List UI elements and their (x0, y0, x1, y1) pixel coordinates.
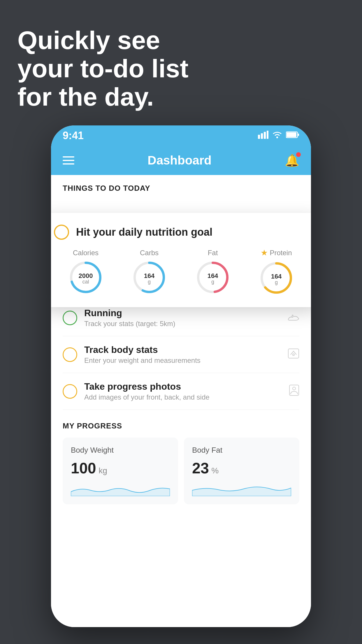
body-fat-unit: % (211, 466, 219, 475)
svg-point-27 (293, 387, 296, 390)
headline-line2: your to-do list (17, 54, 189, 83)
nutrition-fat: Fat 164 g (195, 249, 230, 295)
progress-cards: Body Weight 100 kg Body Fat 23 (63, 438, 299, 504)
headline-line3: for the day. (17, 82, 154, 111)
todo-text-body-stats: Track body stats Enter your weight and m… (84, 344, 283, 365)
nutrition-card-title: Hit your daily nutrition goal (76, 226, 212, 238)
carbs-label: Carbs (140, 249, 159, 257)
todo-circle-running[interactable] (63, 311, 77, 325)
status-bar: 9:41 (51, 125, 311, 146)
body-fat-value: 23 (192, 460, 209, 477)
bell-button[interactable]: 🔔 (285, 154, 299, 167)
svg-point-25 (293, 354, 294, 356)
svg-rect-2 (264, 132, 266, 139)
body-fat-chart (192, 482, 291, 496)
card-title-row: Hit your daily nutrition goal (54, 225, 308, 240)
hamburger-icon[interactable] (63, 156, 74, 164)
svg-text:g: g (211, 279, 214, 284)
signal-icon (258, 131, 268, 141)
star-icon: ★ (261, 248, 268, 258)
todo-circle-progress-photos[interactable] (63, 384, 77, 399)
nav-bar: Dashboard 🔔 (51, 146, 311, 175)
todo-title-body-stats: Track body stats (84, 344, 283, 355)
todo-title-running: Running (84, 308, 283, 318)
body-weight-value-row: 100 kg (71, 459, 170, 477)
todo-item-progress-photos[interactable]: Take progress photos Add images of your … (63, 373, 299, 410)
svg-rect-0 (258, 135, 260, 139)
headline-line1: Quickly see (17, 26, 160, 55)
carbs-circle: 164 g (132, 260, 167, 295)
wifi-icon (272, 131, 282, 141)
fat-circle: 164 g (195, 260, 230, 295)
svg-text:164: 164 (271, 273, 282, 280)
svg-text:g: g (275, 279, 278, 285)
todo-list: Running Track your stats (target: 5km) T… (51, 300, 311, 410)
status-icons (258, 131, 299, 141)
battery-icon (286, 131, 299, 141)
todo-subtitle-progress-photos: Add images of your front, back, and side (84, 393, 284, 401)
todo-subtitle-body-stats: Enter your weight and measurements (84, 356, 283, 365)
svg-rect-3 (267, 131, 268, 139)
progress-section: MY PROGRESS Body Weight 100 kg (51, 410, 311, 504)
scale-icon (288, 348, 299, 361)
fat-label: Fat (208, 249, 218, 257)
task-circle-nutrition[interactable] (54, 225, 69, 240)
phone-mockup: 9:41 (51, 125, 311, 627)
calories-label: Calories (73, 249, 99, 257)
todo-text-progress-photos: Take progress photos Add images of your … (84, 381, 284, 401)
todo-text-running: Running Track your stats (target: 5km) (84, 308, 283, 328)
nav-title: Dashboard (147, 153, 211, 167)
nutrition-protein: ★ Protein 164 g (259, 248, 294, 295)
body-weight-chart (71, 482, 170, 496)
svg-rect-7 (298, 134, 299, 136)
svg-point-4 (276, 136, 278, 138)
body-fat-card[interactable]: Body Fat 23 % (184, 438, 299, 504)
person-icon (289, 384, 299, 398)
body-weight-title: Body Weight (71, 446, 170, 455)
todo-subtitle-running: Track your stats (target: 5km) (84, 320, 283, 328)
todo-title-progress-photos: Take progress photos (84, 381, 284, 392)
notification-dot (296, 152, 301, 157)
todo-circle-body-stats[interactable] (63, 347, 77, 362)
svg-rect-6 (287, 132, 296, 137)
status-time: 9:41 (63, 130, 84, 142)
nutrition-carbs: Carbs 164 g (132, 249, 167, 295)
svg-rect-1 (261, 133, 263, 139)
svg-text:2000: 2000 (79, 272, 93, 279)
section-header: THINGS TO DO TODAY (51, 175, 311, 197)
protein-label: ★ Protein (261, 248, 292, 258)
svg-text:cal: cal (82, 279, 89, 284)
nutrition-calories: Calories 2000 cal (68, 249, 103, 295)
shoe-icon (288, 312, 299, 324)
svg-text:g: g (148, 279, 151, 284)
svg-text:164: 164 (208, 272, 218, 279)
body-weight-card[interactable]: Body Weight 100 kg (63, 438, 178, 504)
headline: Quickly see your to-do list for the day. (17, 26, 189, 111)
calories-circle: 2000 cal (68, 260, 103, 295)
body-weight-unit: kg (99, 466, 107, 475)
svg-text:164: 164 (144, 272, 155, 279)
body-fat-title: Body Fat (192, 446, 291, 455)
protein-circle: 164 g (259, 260, 294, 295)
progress-header: MY PROGRESS (63, 421, 299, 430)
todo-item-body-stats[interactable]: Track body stats Enter your weight and m… (63, 336, 299, 373)
nutrition-card: Hit your daily nutrition goal Calories 2… (51, 213, 311, 307)
body-weight-value: 100 (71, 460, 96, 477)
app-content: THINGS TO DO TODAY Hit your daily nutrit… (51, 175, 311, 627)
nutrition-row: Calories 2000 cal Carbs 164 g (54, 248, 308, 295)
body-fat-value-row: 23 % (192, 459, 291, 477)
